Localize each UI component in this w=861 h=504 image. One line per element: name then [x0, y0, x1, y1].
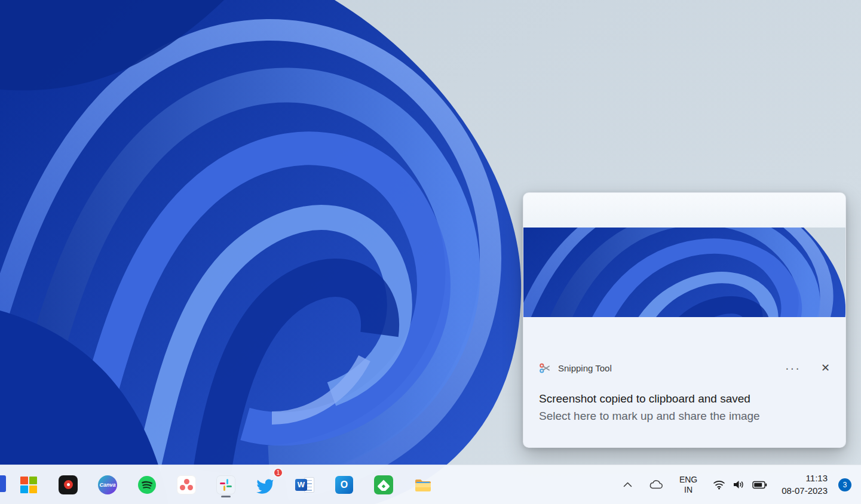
taskbar-item-twitter[interactable]: 1: [252, 472, 278, 498]
notification-header: Snipping Tool ··· ✕: [539, 361, 830, 374]
twitter-icon: [256, 476, 274, 494]
start-icon: [20, 477, 37, 493]
canva-icon: Canva: [98, 475, 117, 494]
notification-body[interactable]: Snipping Tool ··· ✕ Screenshot copied to…: [523, 317, 845, 423]
taskbar-item-dark-browser[interactable]: [55, 472, 81, 498]
taskbar-item-outlook[interactable]: O: [331, 472, 357, 498]
start-button[interactable]: [16, 472, 42, 498]
taskbar-apps: Canva: [0, 472, 436, 498]
notification-more-button[interactable]: ···: [785, 365, 801, 371]
desktop: Snipping Tool ··· ✕ Screenshot copied to…: [0, 0, 861, 504]
active-app-indicator: [221, 496, 231, 497]
snipping-tool-notification[interactable]: Snipping Tool ··· ✕ Screenshot copied to…: [523, 192, 846, 448]
taskbar-item-slack[interactable]: [213, 472, 239, 498]
taskbar-item-canva[interactable]: Canva: [94, 472, 121, 498]
partial-app-icon[interactable]: [0, 475, 6, 492]
notification-app-name: Snipping Tool: [558, 363, 612, 373]
feedly-icon: [374, 475, 393, 494]
outlook-icon: O: [335, 476, 353, 494]
quick-settings-button[interactable]: [708, 475, 772, 494]
taskbar-item-word[interactable]: W: [292, 472, 318, 498]
dark-browser-icon: [59, 475, 78, 494]
snipping-tool-icon: [539, 362, 551, 374]
taskbar: Canva: [0, 465, 861, 504]
taskbar-item-spotify[interactable]: [134, 472, 160, 498]
slack-icon: [216, 475, 235, 494]
taskbar-item-file-explorer[interactable]: [410, 472, 436, 498]
battery-icon: [752, 481, 767, 489]
tray-time: 11:13: [782, 472, 828, 484]
canva-label: Canva: [99, 482, 115, 488]
clock[interactable]: 11:13 08-07-2023: [778, 471, 831, 498]
wifi-icon: [713, 480, 725, 490]
notification-subtitle: Select here to mark up and share the ima…: [539, 410, 830, 423]
speaker-icon: [733, 480, 745, 490]
notification-center-badge[interactable]: 3: [838, 478, 851, 491]
word-icon: W: [295, 475, 314, 494]
twitter-notification-badge: 1: [273, 468, 283, 478]
word-letter: W: [295, 479, 307, 491]
taskbar-item-asana[interactable]: [173, 472, 200, 498]
language-top: ENG: [679, 475, 697, 485]
screenshot-thumbnail[interactable]: [523, 193, 845, 317]
file-explorer-icon: [413, 475, 433, 494]
onedrive-cloud-icon: [649, 480, 663, 490]
language-switcher[interactable]: ENG IN: [675, 472, 702, 497]
language-bottom: IN: [679, 485, 697, 495]
asana-icon: [177, 475, 196, 494]
tray-date: 08-07-2023: [782, 485, 828, 497]
spotify-icon: [137, 475, 157, 494]
taskbar-item-feedly[interactable]: [370, 472, 397, 498]
screenshot-thumbnail-sky: [523, 193, 845, 228]
screenshot-thumbnail-bloom: [523, 228, 845, 317]
onedrive-button[interactable]: [644, 475, 669, 494]
notification-title: Screenshot copied to clipboard and saved: [539, 392, 830, 405]
system-tray: ENG IN: [618, 471, 861, 498]
notification-close-icon[interactable]: ✕: [821, 361, 830, 374]
chevron-up-icon: [623, 482, 632, 487]
tray-overflow-button[interactable]: [618, 477, 638, 492]
